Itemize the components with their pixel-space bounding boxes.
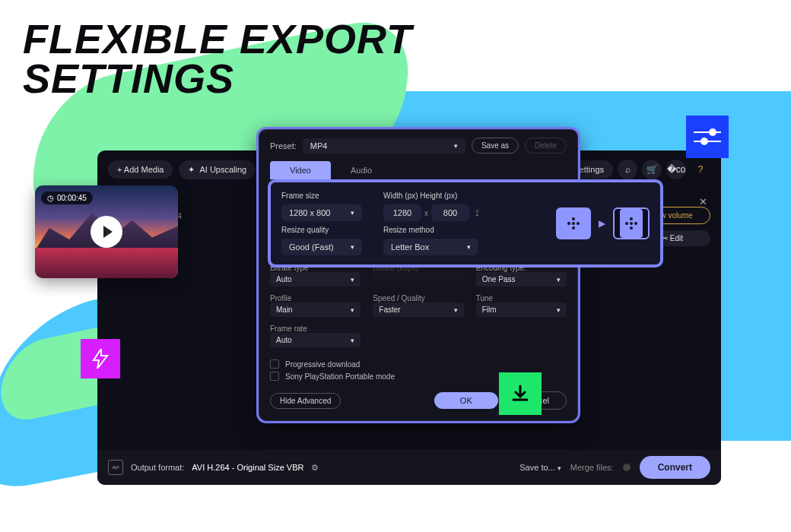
arrow-right-icon: ▶: [599, 218, 605, 229]
profile-label: Profile: [270, 294, 361, 302]
chevron-down-icon: ▾: [558, 464, 561, 472]
search-button[interactable]: ⌕: [618, 160, 637, 179]
bitrate-input: [373, 272, 463, 287]
save-to-dropdown[interactable]: Save to... ▾: [519, 463, 561, 472]
tab-video[interactable]: Video: [270, 161, 331, 179]
duration-badge: ◷00:00:45: [41, 192, 93, 204]
headline: FLEXIBLE EXPORT SETTINGS: [23, 20, 412, 99]
resize-method-label: Resize method: [383, 226, 478, 234]
frame-size-dropdown[interactable]: 1280 x 800▾: [281, 204, 362, 221]
cart-button[interactable]: 🛒: [642, 160, 662, 179]
chevron-down-icon: ▾: [454, 142, 458, 150]
bolt-decorative-icon: [81, 339, 120, 378]
frame-rate-dropdown[interactable]: Auto▾: [270, 333, 361, 347]
output-format-value: AVI H.264 - Original Size VBR: [192, 463, 303, 472]
tab-audio[interactable]: Audio: [331, 161, 392, 179]
clock-icon: ◷: [47, 194, 54, 202]
frame-size-panel: Frame size 1280 x 800▾ Resize quality Go…: [268, 179, 663, 268]
preset-dropdown[interactable]: MP4 ▾: [303, 138, 465, 154]
sliders-decorative-icon: [686, 116, 729, 158]
headline-line-1: FLEXIBLE EXPORT: [23, 20, 412, 59]
chevron-down-icon: ▾: [351, 243, 354, 251]
checkbox-icon: [270, 372, 279, 381]
ai-upscaling-button[interactable]: ✦AI Upscaling: [179, 160, 256, 179]
frame-size-label: Frame size: [281, 192, 362, 200]
bitrate-type-dropdown[interactable]: Auto▾: [270, 272, 361, 287]
help-button[interactable]: ?: [691, 160, 710, 179]
x-separator: x: [424, 209, 428, 217]
width-height-label: Width (px) Height (px): [383, 192, 478, 200]
format-badge: AVI: [108, 460, 123, 475]
chevron-down-icon: ▾: [557, 306, 561, 314]
height-input[interactable]: 800: [431, 204, 469, 221]
checkbox-icon: [270, 359, 279, 369]
speed-quality-label: Speed / Quality: [373, 294, 463, 302]
chevron-down-icon: ▾: [351, 209, 354, 217]
headline-line-2: SETTINGS: [23, 59, 412, 99]
tune-label: Tune: [476, 294, 567, 302]
ok-button[interactable]: OK: [434, 392, 498, 409]
frame-rate-label: Frame rate: [270, 325, 361, 333]
resize-quality-label: Resize quality: [281, 226, 362, 234]
chevron-down-icon: ▾: [351, 306, 354, 314]
chevron-down-icon: ▾: [351, 276, 354, 283]
merge-label: Merge files:: [570, 463, 614, 472]
play-icon: [103, 226, 113, 238]
share-icon: �co: [667, 164, 686, 175]
download-decorative-icon: [499, 372, 542, 415]
question-icon: ?: [698, 164, 704, 175]
resize-preview: ▶: [556, 192, 650, 255]
close-button[interactable]: ✕: [699, 196, 707, 207]
play-button[interactable]: [91, 216, 122, 248]
chevron-down-icon: ▾: [454, 306, 458, 314]
video-thumbnail[interactable]: ◷00:00:45: [35, 185, 178, 278]
output-format-label: Output format:: [131, 463, 184, 472]
cart-icon: 🛒: [646, 164, 658, 175]
tune-dropdown[interactable]: Film▾: [476, 302, 567, 317]
chevron-down-icon: ▾: [351, 337, 354, 344]
profile-dropdown[interactable]: Main▾: [270, 302, 361, 317]
hide-advanced-button[interactable]: Hide Advanced: [270, 393, 341, 409]
delete-preset-button[interactable]: Delete: [525, 138, 567, 154]
width-input[interactable]: 1280: [383, 204, 421, 221]
search-icon: ⌕: [625, 164, 631, 175]
encoding-type-dropdown[interactable]: One Pass▾: [476, 272, 567, 287]
speed-quality-dropdown[interactable]: Faster▾: [373, 302, 463, 317]
preview-before: [556, 207, 591, 239]
gear-icon[interactable]: ⚙: [311, 463, 319, 473]
chevron-down-icon: ▾: [557, 276, 561, 283]
sparkle-icon: ✦: [188, 165, 195, 175]
chevron-down-icon: ▾: [467, 243, 471, 251]
dialog-tabs: Video Audio: [270, 161, 567, 180]
resize-quality-dropdown[interactable]: Good (Fast)▾: [281, 239, 362, 255]
save-as-button[interactable]: Save as: [472, 138, 519, 154]
preview-after: [613, 207, 650, 239]
convert-button[interactable]: Convert: [640, 456, 710, 479]
link-icon[interactable]: ⟟: [475, 207, 478, 218]
preset-label: Preset:: [270, 141, 297, 150]
bottom-bar: AVI Output format: AVI H.264 - Original …: [97, 450, 721, 485]
resize-method-dropdown[interactable]: Letter Box▾: [383, 239, 478, 255]
close-icon: ✕: [699, 196, 707, 207]
share-button[interactable]: �co: [666, 160, 686, 179]
progressive-download-checkbox[interactable]: Progressive download: [270, 359, 567, 369]
add-media-button[interactable]: + Add Media: [108, 160, 173, 179]
merge-toggle[interactable]: [623, 464, 631, 471]
